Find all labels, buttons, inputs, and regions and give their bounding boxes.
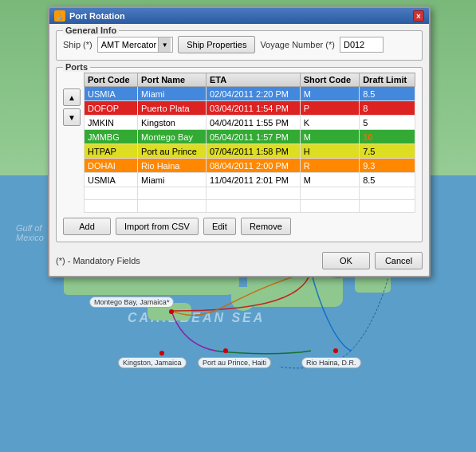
nav-up-button[interactable]: ▲ <box>63 88 81 106</box>
mandatory-note: (*) - Mandatory Fields <box>56 256 140 265</box>
draft-limit-cell: 9.3 <box>360 159 415 173</box>
general-info-row: Ship (*) AMT Mercator ▼ Ship Properties … <box>63 36 415 53</box>
draft-limit-cell: 8.5 <box>360 173 415 187</box>
draft-limit-cell: 8.5 <box>360 87 415 101</box>
port-name-cell: Port au Prince <box>138 144 207 159</box>
dialog-footer: (*) - Mandatory Fields OK Cancel <box>49 249 429 276</box>
voyage-number-label: Voyage Number (*) <box>260 40 335 49</box>
ok-button[interactable]: OK <box>322 252 370 269</box>
port-code-cell: HTPAP <box>85 144 138 159</box>
draft-limit-cell: 10 <box>360 130 415 144</box>
port-code-cell: JMMBG <box>85 130 138 144</box>
ship-properties-button[interactable]: Ship Properties <box>178 36 255 53</box>
table-row[interactable]: USMIAMiami11/04/2011 2:01 PMM8.5 <box>85 173 415 187</box>
port-code-cell: DOHAI <box>85 159 138 173</box>
col-port-code: Port Code <box>85 73 138 87</box>
port-name-cell: Montego Bay <box>138 130 207 144</box>
short-code-cell: H <box>300 144 359 159</box>
kingston-dot <box>159 351 164 356</box>
port-name-cell: Rio Haina <box>138 159 207 173</box>
port-code-cell: USMIA <box>85 173 138 187</box>
nav-down-button[interactable]: ▼ <box>63 108 81 126</box>
nav-buttons: ▲ ▼ <box>63 88 81 126</box>
draft-limit-cell: 7.5 <box>360 144 415 159</box>
table-row[interactable]: JMMBGMontego Bay05/04/2011 1:57 PMM10 <box>85 130 415 144</box>
ship-value: AMT Mercator <box>100 40 158 49</box>
eta-cell: 05/04/2011 1:57 PM <box>206 130 300 144</box>
table-row[interactable]: DOHAIRio Haina08/04/2011 2:00 PMR9.3 <box>85 159 415 173</box>
table-row[interactable]: DOFOPPuerto Plata03/04/2011 1:54 PMP8 <box>85 101 415 116</box>
ports-section: Ports ▲ ▼ Port Code Port Name ETA Short … <box>56 67 423 242</box>
ship-label: Ship (*) <box>63 40 92 49</box>
ship-dropdown[interactable]: AMT Mercator ▼ <box>97 37 173 53</box>
col-short-code: Short Code <box>300 73 359 87</box>
ports-table: Port Code Port Name ETA Short Code Draft… <box>84 73 415 213</box>
port-name-cell: Miami <box>138 87 207 101</box>
short-code-cell: M <box>300 173 359 187</box>
short-code-cell: M <box>300 130 359 144</box>
draft-limit-cell: 8 <box>360 101 415 116</box>
rio-haina-label: Rio Haina, D.R. <box>301 357 361 368</box>
ports-table-container: ▲ ▼ Port Code Port Name ETA Short Code D… <box>63 73 415 213</box>
short-code-cell: P <box>300 101 359 116</box>
port-code-cell: USMIA <box>85 87 138 101</box>
table-header-row: Port Code Port Name ETA Short Code Draft… <box>85 73 415 87</box>
port-au-prince-label: Port au Prince, Haiti <box>198 357 271 368</box>
dialog-body: General Info Ship (*) AMT Mercator ▼ Shi… <box>49 24 429 249</box>
port-name-cell: Puerto Plata <box>138 101 207 116</box>
col-eta: ETA <box>206 73 300 87</box>
table-wrapper: Port Code Port Name ETA Short Code Draft… <box>84 73 415 213</box>
montego-bay-dot <box>169 309 174 314</box>
remove-button[interactable]: Remove <box>241 218 291 235</box>
port-name-cell: Miami <box>138 173 207 187</box>
footer-buttons: OK Cancel <box>322 252 423 269</box>
short-code-cell: M <box>300 87 359 101</box>
general-info-section: General Info Ship (*) AMT Mercator ▼ Shi… <box>56 30 423 61</box>
rio-haina-dot <box>333 348 338 353</box>
col-port-name: Port Name <box>138 73 207 87</box>
edit-button[interactable]: Edit <box>203 218 236 235</box>
close-button[interactable]: × <box>413 10 424 22</box>
kingston-label: Kingston, Jamaica <box>118 357 187 368</box>
ports-section-label: Ports <box>63 62 90 72</box>
port-name-cell: Kingston <box>138 116 207 130</box>
eta-cell: 04/04/2011 1:55 PM <box>206 116 300 130</box>
eta-cell: 03/04/2011 1:54 PM <box>206 101 300 116</box>
voyage-number-input[interactable] <box>340 37 384 53</box>
cancel-button[interactable]: Cancel <box>375 252 423 269</box>
port-rotation-dialog: ⚓ Port Rotation × General Info Ship (*) … <box>48 6 431 277</box>
table-row[interactable]: USMIAMiami02/04/2011 2:20 PMM8.5 <box>85 87 415 101</box>
dialog-title-text: Port Rotation <box>69 11 125 21</box>
general-info-label: General Info <box>63 26 119 35</box>
short-code-cell: R <box>300 159 359 173</box>
port-code-cell: DOFOP <box>85 101 138 116</box>
table-buttons-row: Add Import from CSV Edit Remove <box>63 218 415 235</box>
import-from-csv-button[interactable]: Import from CSV <box>116 218 199 235</box>
dialog-titlebar: ⚓ Port Rotation × <box>49 8 429 24</box>
port-au-prince-dot <box>223 348 228 353</box>
eta-cell: 08/04/2011 2:00 PM <box>206 159 300 173</box>
table-row[interactable]: JMKINKingston04/04/2011 1:55 PMK5 <box>85 116 415 130</box>
dialog-title: ⚓ Port Rotation <box>54 10 125 22</box>
port-code-cell: JMKIN <box>85 116 138 130</box>
col-draft-limit: Draft Limit <box>360 73 415 87</box>
gulf-mexico-label: Gulf ofMexico <box>16 223 44 242</box>
haiti-peninsula <box>231 287 255 311</box>
eta-cell: 02/04/2011 2:20 PM <box>206 87 300 101</box>
table-row[interactable]: HTPAPPort au Prince07/04/2011 1:58 PMH7.… <box>85 144 415 159</box>
eta-cell: 07/04/2011 1:58 PM <box>206 144 300 159</box>
ship-dropdown-arrow[interactable]: ▼ <box>158 37 171 52</box>
eta-cell: 11/04/2011 2:01 PM <box>206 173 300 187</box>
draft-limit-cell: 5 <box>360 116 415 130</box>
montego-bay-label: Montego Bay, Jamaica* <box>89 297 174 308</box>
empty-table-row <box>85 187 415 200</box>
empty-table-row <box>85 200 415 213</box>
add-button[interactable]: Add <box>63 218 111 235</box>
short-code-cell: K <box>300 116 359 130</box>
puerto-rico-land <box>355 275 391 293</box>
dialog-icon: ⚓ <box>54 10 65 22</box>
